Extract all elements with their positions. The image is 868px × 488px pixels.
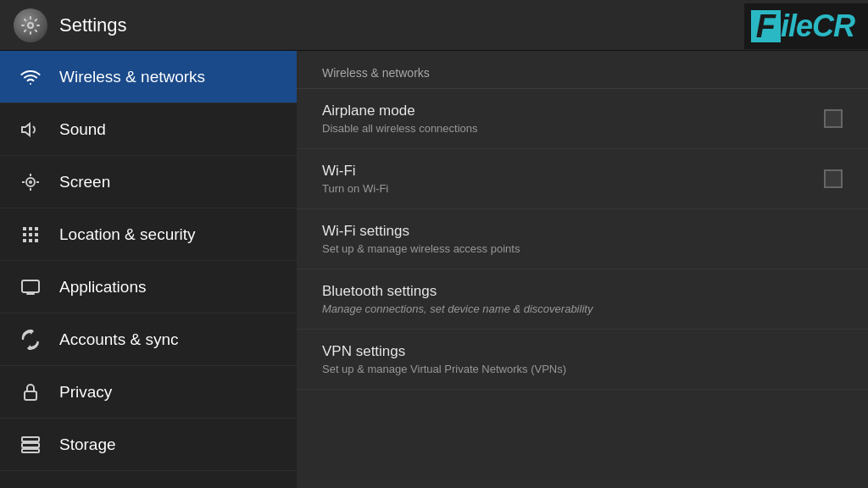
svg-rect-11 (35, 227, 38, 230)
setting-vpn-text: VPN settings Set up & manage Virtual Pri… (322, 343, 843, 375)
svg-marker-2 (22, 124, 30, 136)
svg-rect-17 (35, 239, 38, 242)
svg-point-4 (29, 180, 32, 184)
screen-icon (17, 169, 44, 196)
header-title: Settings (59, 14, 127, 36)
setting-vpn-title: VPN settings (322, 343, 843, 360)
setting-bluetooth-text: Bluetooth settings Manage connections, s… (322, 283, 843, 315)
sync-icon (17, 326, 44, 353)
setting-wifi-text: Wi-Fi Turn on Wi-Fi (322, 163, 807, 195)
wifi-icon (17, 64, 44, 91)
setting-wifi-title: Wi-Fi (322, 163, 807, 180)
setting-bluetooth-subtitle: Manage connections, set device name & di… (322, 302, 843, 315)
setting-vpn[interactable]: VPN settings Set up & manage Virtual Pri… (297, 330, 868, 390)
location-icon (17, 221, 44, 248)
watermark: F ileCR (744, 3, 868, 49)
setting-wifi[interactable]: Wi-Fi Turn on Wi-Fi (297, 149, 868, 209)
svg-rect-18 (22, 280, 39, 292)
header: Settings F ileCR (0, 0, 868, 51)
setting-airplane-subtitle: Disable all wireless connections (322, 122, 807, 135)
sidebar-label-location: Location & security (59, 225, 196, 244)
sidebar-label-sound: Sound (59, 120, 106, 139)
setting-airplane-text: Airplane mode Disable all wireless conne… (322, 103, 807, 135)
svg-rect-16 (29, 239, 32, 242)
sidebar-item-applications[interactable]: Applications (0, 261, 297, 313)
sidebar-item-wireless[interactable]: Wireless & networks (0, 51, 297, 103)
svg-rect-21 (22, 443, 39, 447)
sidebar-label-screen: Screen (59, 173, 110, 191)
sidebar: Wireless & networks Sound (0, 51, 297, 488)
sidebar-label-applications: Applications (59, 278, 146, 297)
storage-icon (17, 431, 44, 458)
svg-rect-9 (23, 227, 26, 230)
sidebar-item-storage[interactable]: Storage (0, 419, 297, 471)
svg-rect-12 (23, 233, 26, 236)
svg-rect-10 (29, 227, 32, 230)
airplane-mode-checkbox[interactable] (824, 109, 843, 128)
sound-icon (17, 116, 44, 143)
setting-wifi-settings[interactable]: Wi-Fi settings Set up & manage wireless … (297, 209, 868, 269)
settings-icon (14, 8, 47, 42)
main-layout: Wireless & networks Sound (0, 51, 868, 488)
content-area: Wireless & networks Airplane mode Disabl… (297, 51, 868, 488)
setting-wifi-settings-text: Wi-Fi settings Set up & manage wireless … (322, 223, 843, 255)
svg-rect-19 (25, 391, 36, 400)
svg-rect-20 (22, 437, 39, 441)
setting-airplane-mode[interactable]: Airplane mode Disable all wireless conne… (297, 89, 868, 149)
watermark-e: F (751, 10, 781, 42)
svg-rect-22 (22, 449, 39, 452)
setting-bluetooth-title: Bluetooth settings (322, 283, 843, 300)
setting-wifi-settings-subtitle: Set up & manage wireless access points (322, 242, 843, 255)
sidebar-item-location[interactable]: Location & security (0, 208, 297, 261)
setting-wifi-settings-title: Wi-Fi settings (322, 223, 843, 240)
setting-wifi-subtitle: Turn on Wi-Fi (322, 182, 807, 195)
svg-rect-15 (23, 239, 26, 242)
sidebar-label-privacy: Privacy (59, 383, 112, 402)
content-section-title: Wireless & networks (297, 51, 868, 89)
sidebar-label-storage: Storage (59, 435, 116, 454)
sidebar-item-accounts[interactable]: Accounts & sync (0, 313, 297, 366)
sidebar-label-wireless: Wireless & networks (59, 68, 205, 86)
setting-airplane-title: Airplane mode (322, 103, 807, 119)
svg-point-1 (30, 83, 31, 85)
setting-vpn-subtitle: Set up & manage Virtual Private Networks… (322, 363, 843, 375)
svg-rect-14 (35, 233, 38, 236)
applications-icon (17, 274, 44, 301)
setting-bluetooth[interactable]: Bluetooth settings Manage connections, s… (297, 269, 868, 330)
sidebar-item-screen[interactable]: Screen (0, 156, 297, 208)
sidebar-item-sound[interactable]: Sound (0, 103, 297, 156)
sidebar-item-privacy[interactable]: Privacy (0, 366, 297, 419)
svg-point-0 (28, 23, 33, 28)
watermark-text: ileCR (781, 8, 854, 44)
privacy-icon (17, 379, 44, 406)
svg-rect-13 (29, 233, 32, 236)
sidebar-label-accounts: Accounts & sync (59, 330, 178, 349)
wifi-checkbox[interactable] (824, 169, 843, 188)
